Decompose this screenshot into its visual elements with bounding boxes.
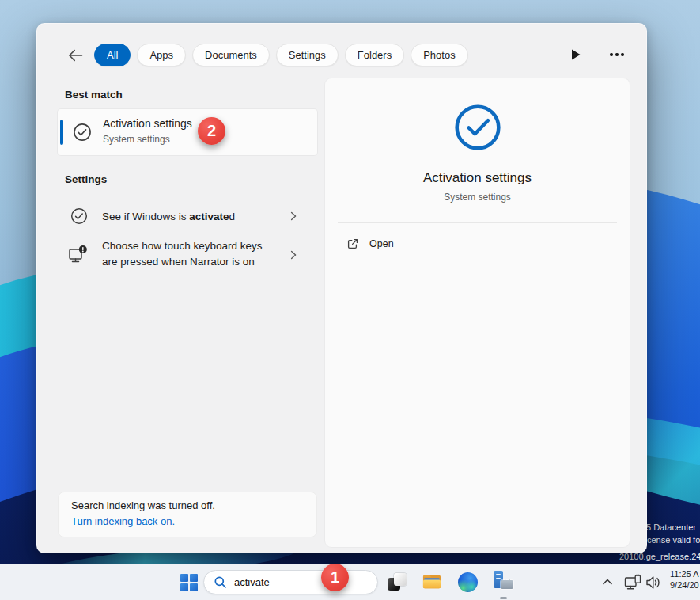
tray-time: 11:25 A [670,568,699,579]
search-filter-tabs: All Apps Documents Settings Folders Phot… [94,44,468,66]
result-see-if-windows-activated[interactable]: See if Windows is activated [58,202,317,230]
result-text: Choose how touch keyboard keys are press… [102,238,263,270]
settings-section-heading: Settings [65,173,107,185]
preview-title: Activation settings [325,170,630,186]
tab-all[interactable]: All [94,44,131,66]
chevron-right-icon [287,249,300,261]
touch-keyboard-narrator-icon [68,244,89,264]
back-button[interactable] [66,46,85,65]
preview-subtitle: System settings [325,192,630,203]
annotation-step-1-badge: 1 [321,564,349,591]
tab-apps[interactable]: Apps [137,44,186,66]
best-match-result[interactable]: Activation settings System settings [58,109,317,155]
show-hidden-icons-button[interactable] [601,576,614,587]
indexing-notice-message: Search indexing was turned off. [71,499,304,511]
search-query-text: activate [234,576,270,588]
annotation-step-2-badge: 2 [198,117,225,145]
text-cursor [271,576,271,588]
file-explorer-button[interactable] [422,572,442,592]
best-match-heading: Best match [65,89,123,101]
server-manager-button[interactable] [493,571,514,591]
taskbar-search-box[interactable]: activate [203,570,378,594]
more-options-button[interactable] [607,47,627,62]
divider [338,222,617,223]
circled-check-icon [70,207,89,226]
watermark-edition: 5 Datacenter [646,522,696,532]
tab-photos[interactable]: Photos [411,44,467,66]
indexing-notice: Search indexing was turned off. Turn ind… [58,492,317,537]
tab-settings[interactable]: Settings [276,44,339,66]
play-icon [567,47,583,63]
search-icon [214,575,227,589]
chevron-up-icon [601,576,614,587]
windows-logo-icon [180,574,188,582]
turn-indexing-on-link[interactable]: Turn indexing back on. [71,515,304,527]
chevron-right-icon [287,210,300,222]
play-button[interactable] [567,47,583,63]
ellipsis-icon [610,53,612,55]
external-link-icon [346,237,359,250]
volume-button[interactable] [645,574,663,594]
wired-network-icon [624,574,642,591]
result-touch-keyboard-narrator[interactable]: Choose how touch keyboard keys are press… [58,236,317,277]
task-view-button[interactable] [388,573,407,592]
network-status-button[interactable] [624,574,642,594]
start-button[interactable] [180,574,198,591]
selection-accent-bar [60,120,63,145]
best-match-subtitle: System settings [103,134,170,145]
open-label: Open [369,238,394,249]
open-action[interactable]: Open [346,237,630,250]
folder-icon [423,575,441,588]
tab-documents[interactable]: Documents [192,44,270,66]
taskbar: activate [0,564,700,600]
watermark-license: cense valid fo [647,535,700,545]
tab-folders[interactable]: Folders [345,44,404,66]
best-match-title: Activation settings [103,117,192,130]
clock-tray[interactable]: 11:25 A 9/24/20 [670,568,699,591]
activation-check-icon [453,103,502,152]
tray-date: 9/24/20 [670,579,699,591]
speaker-icon [645,574,663,591]
desktop-screen: 5 Datacenter cense valid fo 20100.ge_rel… [0,0,700,600]
circled-check-icon [72,122,93,142]
search-flyout-window: All Apps Documents Settings Folders Phot… [36,23,647,553]
preview-pane: Activation settings System settings Open [325,78,630,547]
back-arrow-icon [66,47,84,64]
result-text: See if Windows is activated [102,209,235,225]
running-app-indicator [500,597,507,599]
edge-browser-button[interactable] [458,572,478,592]
